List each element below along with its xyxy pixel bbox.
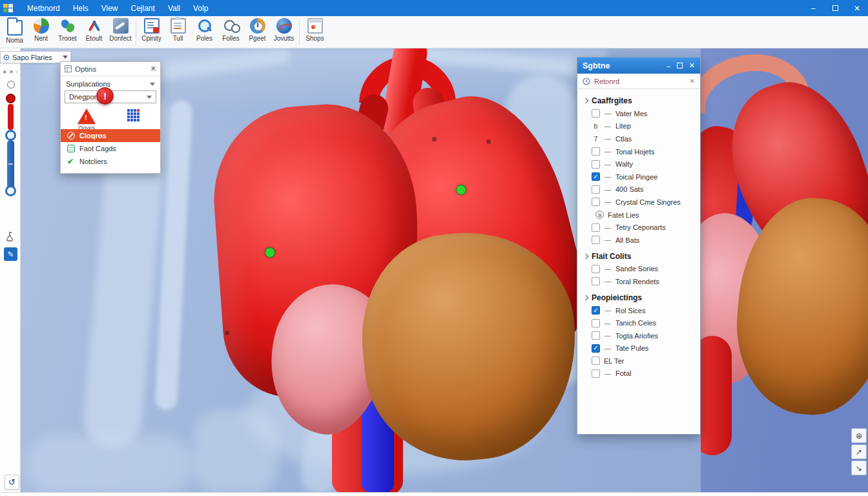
toolbar-button-cpinity[interactable]: Cpinity [138,18,165,46]
panel-close-button[interactable]: ✕ [689,61,695,70]
tree-item[interactable]: ✓ — Crystal Cme Singres [583,196,698,209]
undo-button[interactable]: ↺ [5,475,19,490]
checkbox[interactable]: ✓ [592,172,600,181]
toolbar-button-nent[interactable]: Nent [28,18,54,46]
tree-item[interactable]: ✓ — Vater Mes [583,107,698,120]
toolbar-button-jovutts[interactable]: Jovutts [271,18,297,46]
checkbox[interactable]: ✓ [592,198,600,206]
red-slider-track[interactable] [8,104,14,130]
menu-item-tools[interactable]: Vall [161,1,187,16]
toolbar-button-pgeet[interactable]: Pgeet [244,18,271,46]
dash: — [604,265,612,273]
toolbar-button-donfect[interactable]: Donfect [107,18,134,46]
toolbar-button-tull[interactable]: Tull [165,18,191,46]
menu-item-file[interactable]: Metbnord [21,1,67,16]
tree-item[interactable]: ✓ — All Bats [583,234,698,247]
checkbox[interactable]: ✓ [592,236,600,244]
grid-icon[interactable] [127,109,130,112]
tree-item[interactable]: ✓ — Tanich Celes [583,316,698,329]
toolbar-button-noma[interactable]: Noma [1,18,28,46]
tree-section-caaffrgites[interactable]: Caaffrgites [583,94,698,107]
panel-search-field[interactable]: Retonrd ✕ [577,74,700,89]
flask-icon[interactable] [5,231,16,242]
viewport-canvas[interactable]: + × · ✎ ↺ Sapo Flaries [0,48,868,492]
menu-item-help[interactable]: Volp [187,1,214,16]
checkbox[interactable]: ✓ [592,147,600,156]
close-icon[interactable]: ✕ [150,65,156,73]
checkbox[interactable]: ✓ [592,319,600,327]
checkbox[interactable]: ✓ [592,185,600,194]
checkbox[interactable]: ✓ [592,331,600,340]
tree-item[interactable]: ✓ — Rol Sices [583,304,698,317]
chevron-icon [583,98,588,103]
checkbox[interactable]: ✓ [592,109,600,118]
layers-panel-titlebar[interactable]: Sgbtne – ✕ [577,57,700,74]
target-icon[interactable] [7,81,15,88]
tree-item[interactable]: ✓ — Fotal [583,367,698,380]
panel-minimize-button[interactable]: – [666,62,670,70]
item-label: Fatet Lies [608,211,639,219]
options-dialog-header[interactable]: Optins ✕ [61,62,160,76]
checkbox[interactable]: ✓ [592,277,600,285]
toolbar-button-poles[interactable]: Poles [191,18,218,46]
options-list-item-cloqros[interactable]: Cloqros [61,129,160,142]
toolbar-label: Donfect [109,35,131,42]
minimize-button[interactable]: – [802,0,824,16]
tree-item[interactable]: ✓ — Sande Sories [583,263,698,276]
tree-item[interactable]: ✓ EL Ter [583,355,698,367]
pan-down-button[interactable]: ↘ [851,460,867,475]
toolbar-label: Etoult [86,35,103,42]
pan-up-button[interactable]: ↗ [851,444,867,459]
more-button[interactable]: · [16,68,18,76]
tree-item[interactable]: ✓ — Tetry Ceponarts [583,221,698,234]
checkbox[interactable]: ✓ [592,344,600,353]
menu-item-view[interactable]: View [95,1,125,16]
draw-button[interactable]: ✎ [4,247,17,261]
panel-maximize-button[interactable] [677,63,683,68]
maximize-button[interactable] [824,0,846,16]
tree-item[interactable]: b — Litep [583,120,698,133]
tree-item[interactable]: a Fatet Lies [583,209,698,222]
tree-item[interactable]: ✓ — Toral Rendets [583,275,698,288]
toolbar-button-trooet[interactable]: Trooet [54,18,81,46]
item-label: Tanich Celes [615,319,656,327]
blue-slider-track[interactable] [7,140,14,189]
secondary-viewport[interactable] [701,48,868,492]
menu-item-edit[interactable]: Hels [67,1,95,16]
toolbar-button-shops[interactable]: Shops [302,18,328,46]
tree-item[interactable]: ✓ — Togta Ariofies [583,329,698,342]
annotation-marker-right-lung[interactable] [456,185,466,195]
options-list-item-faot-cagds[interactable]: Faot Cagds [61,142,160,155]
menu-item-object[interactable]: Cejlant [125,1,161,16]
toolbar-button-etoult[interactable]: Etoult [81,18,107,46]
checkbox[interactable]: ✓ [592,356,600,365]
tree-item[interactable]: ✓ — Walty [583,158,698,170]
blue-slider-bottom-knob[interactable] [5,185,16,196]
tree-item[interactable]: ✓ — Tate Pules [583,342,698,355]
chevron-icon [583,294,588,300]
zoom-button[interactable]: ⊕ [851,428,867,443]
close-tool-button[interactable]: × [9,68,13,76]
tree-item[interactable]: ✓ — Tonal Hojets [583,145,698,158]
annotation-marker-left-lung[interactable] [265,247,275,258]
tree-section-flait-colits[interactable]: Flait Colits [583,250,698,263]
checkbox[interactable]: ✓ [592,223,600,232]
options-list-item-notcliers[interactable]: ✔ Notcliers [61,155,160,168]
add-button[interactable]: + [3,68,6,76]
red-slider-knob[interactable] [6,94,16,103]
blue-slider-top-knob[interactable] [5,130,16,141]
checkbox[interactable]: ✓ [592,160,600,169]
chevron-down-icon[interactable] [150,83,155,86]
view-icon [3,54,10,61]
toolbar-button-folles[interactable]: Folles [218,18,244,46]
close-button[interactable]: ✕ [846,0,868,16]
tree-item[interactable]: ✓ — Toical Pingee [583,170,698,183]
options-icon [65,65,72,72]
clear-search-icon[interactable]: ✕ [690,78,695,85]
tree-section-peopieictings[interactable]: Peopieictings [583,291,698,304]
checkbox[interactable]: ✓ [592,369,600,378]
checkbox[interactable]: ✓ [592,306,600,315]
tree-item[interactable]: ✓ — 400 Sats [583,183,698,196]
checkbox[interactable]: ✓ [592,265,600,273]
tree-item[interactable]: 7 — Ctlas [583,132,698,145]
